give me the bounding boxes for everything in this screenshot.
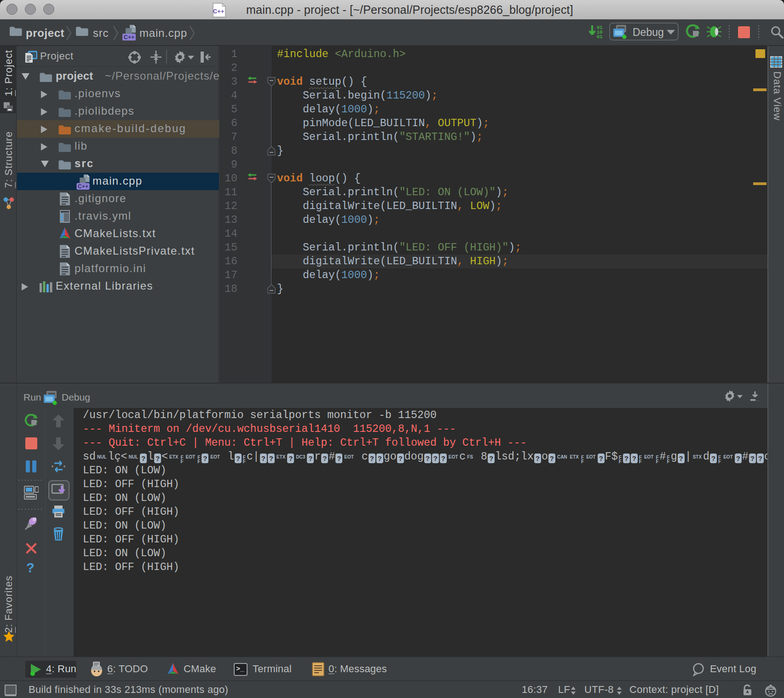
svg-text:C++: C++ — [213, 8, 225, 15]
svg-text:01: 01 — [597, 34, 603, 40]
